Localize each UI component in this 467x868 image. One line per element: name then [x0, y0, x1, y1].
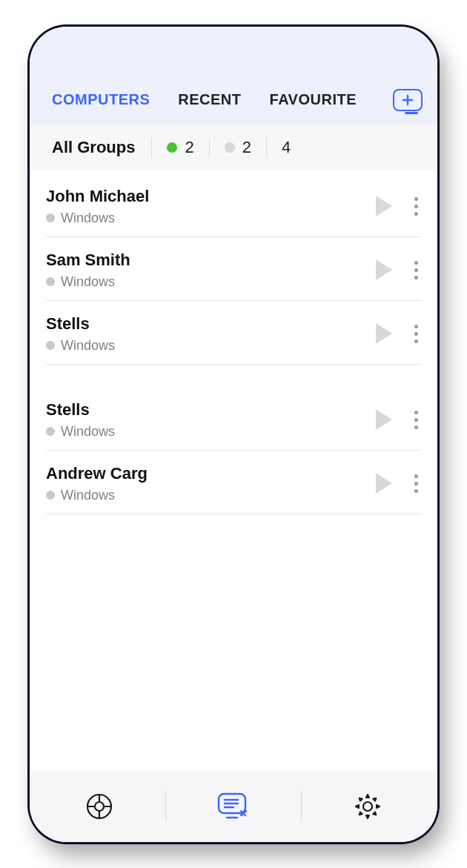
- tab-bar: COMPUTERS RECENT FAVOURITE: [30, 79, 437, 125]
- gear-icon: [353, 792, 382, 821]
- plus-icon: [402, 94, 414, 106]
- tab-favourite[interactable]: FAVOURITE: [270, 91, 357, 108]
- stat-total: 4: [267, 138, 305, 157]
- connect-play-icon[interactable]: [376, 196, 392, 216]
- computer-name: Sam Smith: [46, 251, 376, 270]
- status-dot-online-icon: [167, 142, 177, 153]
- list-item[interactable]: Andrew Carg Windows: [46, 451, 421, 514]
- computer-name: John Michael: [46, 187, 376, 206]
- status-dot-icon: [46, 427, 55, 436]
- stat-offline-count: 2: [242, 138, 251, 157]
- more-options-button[interactable]: [411, 194, 421, 219]
- computer-os: Windows: [46, 338, 376, 354]
- svg-point-1: [95, 802, 104, 811]
- more-options-button[interactable]: [411, 322, 421, 346]
- nav-divider: [301, 792, 302, 821]
- add-computer-button[interactable]: [393, 89, 423, 111]
- computer-name: Stells: [46, 314, 376, 334]
- svg-point-3: [363, 802, 372, 811]
- status-dot-icon: [46, 491, 55, 500]
- more-options-button[interactable]: [411, 408, 421, 432]
- os-label: Windows: [61, 338, 115, 354]
- computers-list[interactable]: John Michael Windows Sam Smith Windows: [30, 170, 437, 771]
- computer-os: Windows: [46, 274, 376, 290]
- os-label: Windows: [61, 488, 115, 503]
- header-area: COMPUTERS RECENT FAVOURITE: [30, 27, 437, 125]
- connect-play-icon[interactable]: [376, 409, 392, 430]
- stat-online-count: 2: [185, 138, 193, 157]
- status-dot-icon: [46, 277, 55, 286]
- tab-recent[interactable]: RECENT: [178, 91, 241, 108]
- os-label: Windows: [61, 274, 115, 290]
- bottom-nav: [30, 771, 437, 842]
- nav-support-button[interactable]: [85, 792, 114, 821]
- nav-divider: [165, 792, 166, 821]
- stat-online: 2: [152, 138, 209, 157]
- stat-offline: 2: [210, 138, 267, 157]
- list-gap: [46, 365, 421, 387]
- os-label: Windows: [61, 424, 115, 440]
- monitor-list-icon: [216, 791, 251, 822]
- list-item[interactable]: Stells Windows: [46, 387, 421, 451]
- groups-title[interactable]: All Groups: [52, 138, 152, 157]
- status-dot-offline-icon: [225, 142, 235, 153]
- computer-name: Stells: [46, 400, 376, 420]
- lifebuoy-icon: [85, 792, 114, 821]
- more-options-button[interactable]: [411, 471, 421, 496]
- nav-settings-button[interactable]: [353, 792, 382, 821]
- app-screen: COMPUTERS RECENT FAVOURITE All Groups 2 …: [30, 27, 437, 842]
- connect-play-icon[interactable]: [376, 473, 392, 494]
- computer-os: Windows: [46, 211, 376, 226]
- list-item[interactable]: Sam Smith Windows: [46, 237, 421, 301]
- tab-computers[interactable]: COMPUTERS: [52, 91, 150, 108]
- list-item[interactable]: John Michael Windows: [46, 173, 421, 237]
- connect-play-icon[interactable]: [376, 259, 392, 280]
- computer-os: Windows: [46, 488, 376, 503]
- more-options-button[interactable]: [411, 258, 421, 282]
- list-item[interactable]: Stells Windows: [46, 301, 421, 365]
- os-label: Windows: [61, 211, 115, 226]
- computer-name: Andrew Carg: [46, 464, 376, 483]
- connect-play-icon[interactable]: [376, 323, 392, 344]
- status-dot-icon: [46, 213, 55, 222]
- status-dot-icon: [46, 341, 55, 350]
- nav-computers-button[interactable]: [216, 791, 251, 822]
- groups-summary-bar: All Groups 2 2 4: [30, 125, 437, 170]
- computer-os: Windows: [46, 424, 376, 440]
